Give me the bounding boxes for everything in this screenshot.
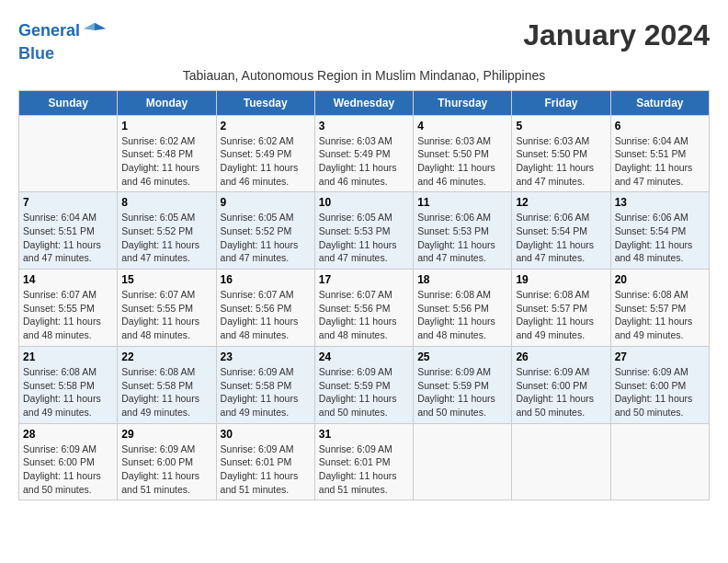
day-of-week-thursday: Thursday: [414, 90, 512, 115]
day-info: Sunrise: 6:07 AMSunset: 5:56 PMDaylight:…: [221, 288, 311, 342]
days-of-week-row: SundayMondayTuesdayWednesdayThursdayFrid…: [19, 90, 710, 115]
day-number: 1: [121, 120, 211, 132]
calendar-cell: 18Sunrise: 6:08 AMSunset: 5:56 PMDayligh…: [414, 270, 512, 347]
calendar-cell: 28Sunrise: 6:09 AMSunset: 6:00 PMDayligh…: [19, 423, 118, 500]
day-number: 26: [516, 350, 606, 363]
day-number: 8: [121, 196, 211, 209]
calendar-cell: 11Sunrise: 6:06 AMSunset: 5:53 PMDayligh…: [414, 192, 512, 270]
day-info: Sunrise: 6:04 AMSunset: 5:51 PMDaylight:…: [23, 211, 113, 265]
calendar-week-3: 14Sunrise: 6:07 AMSunset: 5:55 PMDayligh…: [19, 270, 710, 347]
calendar-cell: 2Sunrise: 6:02 AMSunset: 5:49 PMDaylight…: [216, 115, 314, 192]
calendar-body: 1Sunrise: 6:02 AMSunset: 5:48 PMDaylight…: [19, 115, 710, 500]
day-number: 10: [319, 196, 409, 209]
day-number: 18: [417, 273, 507, 286]
day-number: 17: [319, 273, 409, 286]
day-number: 13: [615, 196, 705, 209]
calendar-header: SundayMondayTuesdayWednesdayThursdayFrid…: [19, 90, 710, 115]
calendar-cell: 16Sunrise: 6:07 AMSunset: 5:56 PMDayligh…: [216, 270, 314, 347]
day-number: 30: [221, 428, 311, 441]
day-info: Sunrise: 6:08 AMSunset: 5:56 PMDaylight:…: [417, 288, 507, 342]
day-number: 6: [615, 120, 705, 132]
day-of-week-sunday: Sunday: [19, 90, 118, 115]
day-info: Sunrise: 6:03 AMSunset: 5:49 PMDaylight:…: [319, 134, 409, 189]
day-info: Sunrise: 6:09 AMSunset: 5:59 PMDaylight:…: [319, 365, 409, 419]
day-number: 31: [319, 428, 409, 441]
calendar-cell: 31Sunrise: 6:09 AMSunset: 6:01 PMDayligh…: [314, 423, 413, 500]
day-info: Sunrise: 6:09 AMSunset: 6:00 PMDaylight:…: [121, 442, 211, 497]
calendar-cell: 10Sunrise: 6:05 AMSunset: 5:53 PMDayligh…: [314, 192, 413, 270]
calendar-cell: 15Sunrise: 6:07 AMSunset: 5:55 PMDayligh…: [118, 270, 216, 347]
logo-bird-icon: [82, 18, 108, 44]
calendar-cell: 13Sunrise: 6:06 AMSunset: 5:54 PMDayligh…: [610, 192, 709, 270]
day-number: 28: [23, 428, 113, 441]
day-of-week-tuesday: Tuesday: [216, 90, 314, 115]
day-number: 23: [221, 350, 311, 363]
day-info: Sunrise: 6:07 AMSunset: 5:55 PMDaylight:…: [23, 288, 113, 342]
calendar-week-2: 7Sunrise: 6:04 AMSunset: 5:51 PMDaylight…: [19, 192, 710, 270]
day-number: 15: [121, 273, 211, 286]
day-info: Sunrise: 6:09 AMSunset: 6:00 PMDaylight:…: [516, 365, 606, 419]
calendar-table: SundayMondayTuesdayWednesdayThursdayFrid…: [18, 90, 710, 501]
calendar-cell: 5Sunrise: 6:03 AMSunset: 5:50 PMDaylight…: [512, 115, 610, 192]
day-info: Sunrise: 6:05 AMSunset: 5:53 PMDaylight:…: [319, 211, 409, 265]
svg-marker-1: [84, 23, 95, 30]
calendar-cell: 23Sunrise: 6:09 AMSunset: 5:58 PMDayligh…: [216, 346, 314, 423]
day-info: Sunrise: 6:07 AMSunset: 5:56 PMDaylight:…: [319, 288, 409, 342]
day-info: Sunrise: 6:09 AMSunset: 6:00 PMDaylight:…: [615, 365, 705, 419]
day-info: Sunrise: 6:09 AMSunset: 5:58 PMDaylight:…: [221, 365, 311, 419]
day-number: 20: [615, 273, 705, 286]
svg-marker-0: [95, 23, 106, 30]
calendar-cell: 3Sunrise: 6:03 AMSunset: 5:49 PMDaylight…: [314, 115, 413, 192]
calendar-cell: 24Sunrise: 6:09 AMSunset: 5:59 PMDayligh…: [314, 346, 413, 423]
calendar-cell: 25Sunrise: 6:09 AMSunset: 5:59 PMDayligh…: [414, 346, 512, 423]
calendar-cell: 1Sunrise: 6:02 AMSunset: 5:48 PMDaylight…: [118, 115, 216, 192]
month-title: January 2024: [523, 18, 710, 52]
calendar-cell: 9Sunrise: 6:05 AMSunset: 5:52 PMDaylight…: [216, 192, 314, 270]
day-info: Sunrise: 6:07 AMSunset: 5:55 PMDaylight:…: [121, 288, 211, 342]
day-number: 25: [417, 350, 507, 363]
logo-blue: Blue: [18, 44, 54, 63]
day-of-week-monday: Monday: [118, 90, 216, 115]
day-number: 12: [516, 196, 606, 209]
day-number: 3: [319, 120, 409, 132]
day-number: 24: [319, 350, 409, 363]
calendar-cell: 26Sunrise: 6:09 AMSunset: 6:00 PMDayligh…: [512, 346, 610, 423]
day-info: Sunrise: 6:03 AMSunset: 5:50 PMDaylight:…: [516, 134, 606, 189]
logo-text: General Blue: [18, 18, 108, 64]
calendar-week-5: 28Sunrise: 6:09 AMSunset: 6:00 PMDayligh…: [19, 423, 710, 500]
day-of-week-saturday: Saturday: [610, 90, 709, 115]
day-info: Sunrise: 6:02 AMSunset: 5:48 PMDaylight:…: [121, 134, 211, 189]
calendar-cell: [414, 423, 512, 500]
day-info: Sunrise: 6:09 AMSunset: 6:00 PMDaylight:…: [23, 442, 113, 497]
day-of-week-wednesday: Wednesday: [314, 90, 413, 115]
day-info: Sunrise: 6:06 AMSunset: 5:54 PMDaylight:…: [516, 211, 606, 265]
day-info: Sunrise: 6:09 AMSunset: 6:01 PMDaylight:…: [221, 442, 311, 497]
day-info: Sunrise: 6:05 AMSunset: 5:52 PMDaylight:…: [121, 211, 211, 265]
calendar-cell: [610, 423, 709, 500]
calendar-week-4: 21Sunrise: 6:08 AMSunset: 5:58 PMDayligh…: [19, 346, 710, 423]
day-number: 4: [417, 120, 507, 132]
day-info: Sunrise: 6:06 AMSunset: 5:54 PMDaylight:…: [615, 211, 705, 265]
day-number: 5: [516, 120, 606, 132]
day-number: 22: [121, 350, 211, 363]
day-number: 27: [615, 350, 705, 363]
day-number: 7: [23, 196, 113, 209]
logo-general: General: [18, 21, 80, 40]
calendar-cell: 7Sunrise: 6:04 AMSunset: 5:51 PMDaylight…: [19, 192, 118, 270]
calendar-cell: 27Sunrise: 6:09 AMSunset: 6:00 PMDayligh…: [610, 346, 709, 423]
calendar-cell: 12Sunrise: 6:06 AMSunset: 5:54 PMDayligh…: [512, 192, 610, 270]
calendar-cell: 17Sunrise: 6:07 AMSunset: 5:56 PMDayligh…: [314, 270, 413, 347]
day-info: Sunrise: 6:08 AMSunset: 5:57 PMDaylight:…: [615, 288, 705, 342]
day-number: 2: [221, 120, 311, 132]
day-info: Sunrise: 6:04 AMSunset: 5:51 PMDaylight:…: [615, 134, 705, 189]
day-info: Sunrise: 6:05 AMSunset: 5:52 PMDaylight:…: [221, 211, 311, 265]
calendar-cell: [19, 115, 118, 192]
day-number: 9: [221, 196, 311, 209]
calendar-cell: 20Sunrise: 6:08 AMSunset: 5:57 PMDayligh…: [610, 270, 709, 347]
calendar-cell: 21Sunrise: 6:08 AMSunset: 5:58 PMDayligh…: [19, 346, 118, 423]
day-of-week-friday: Friday: [512, 90, 610, 115]
calendar-cell: 19Sunrise: 6:08 AMSunset: 5:57 PMDayligh…: [512, 270, 610, 347]
calendar-cell: 4Sunrise: 6:03 AMSunset: 5:50 PMDaylight…: [414, 115, 512, 192]
day-info: Sunrise: 6:08 AMSunset: 5:58 PMDaylight:…: [121, 365, 211, 419]
calendar-subtitle: Tabiauan, Autonomous Region in Muslim Mi…: [18, 68, 710, 83]
